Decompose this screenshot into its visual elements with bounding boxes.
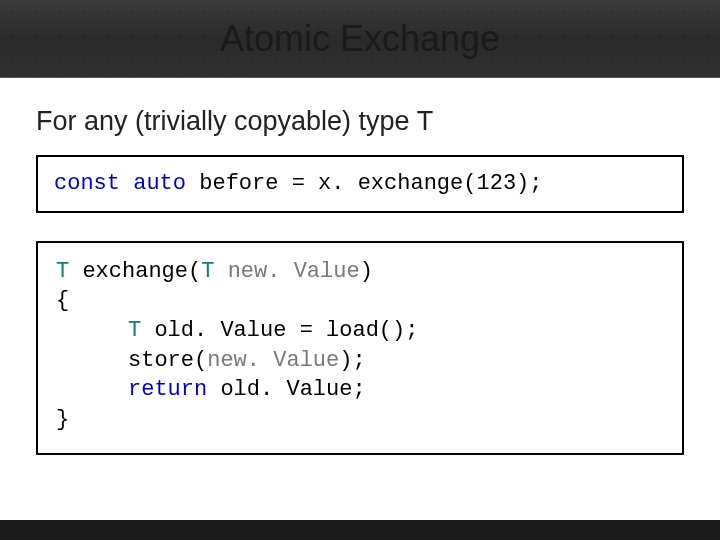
param-name: new. Value <box>214 259 359 284</box>
slide-title: Atomic Exchange <box>220 18 500 60</box>
intro-text: For any (trivially copyable) type T <box>36 106 684 137</box>
footer-bar <box>0 520 720 540</box>
keyword-return: return <box>128 377 207 402</box>
line4-b: new. Value <box>207 348 339 373</box>
brace-open: { <box>56 288 69 313</box>
code-box-definition: T exchange(T new. Value) { T old. Value … <box>36 241 684 455</box>
type-T-3: T <box>128 318 141 343</box>
brace-close: } <box>56 407 69 432</box>
code-box-usage: const auto before = x. exchange(123); <box>36 155 684 213</box>
line5-rest: old. Value; <box>207 377 365 402</box>
line4-a: store( <box>128 348 207 373</box>
type-T-1: T <box>56 259 69 284</box>
func-name: exchange( <box>69 259 201 284</box>
line3-rest: old. Value = load(); <box>141 318 418 343</box>
paren-close: ) <box>360 259 373 284</box>
keyword-auto: auto <box>133 171 186 196</box>
type-T-2: T <box>201 259 214 284</box>
title-wrap: Atomic Exchange <box>0 0 720 78</box>
keyword-const: const <box>54 171 120 196</box>
line4-c: ); <box>339 348 365 373</box>
content-area: For any (trivially copyable) type T cons… <box>0 78 720 455</box>
code1-rest: before = x. exchange(123); <box>186 171 542 196</box>
